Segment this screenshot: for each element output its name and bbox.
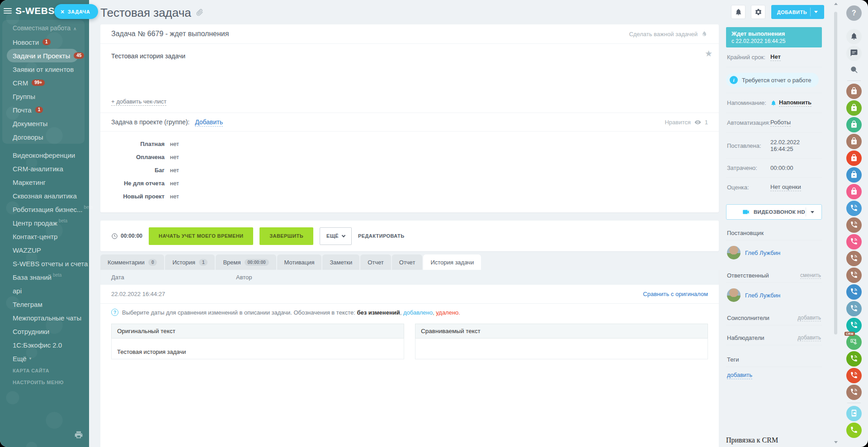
sidebar-item[interactable]: 1С:Бэкофис 2.0 xyxy=(13,338,93,352)
chat-rail-button[interactable] xyxy=(846,46,862,61)
tab-item[interactable]: Мотивация xyxy=(277,254,322,270)
start-time-tracking-button[interactable]: НАЧАТЬ УЧЕТ МОЕГО ВРЕМЕНИ xyxy=(149,227,253,245)
sidebar-item[interactable]: Группы xyxy=(7,89,86,103)
sidebar-item[interactable]: Задачи и Проекты45 xyxy=(7,49,78,62)
sidebar-group-header[interactable]: Совместная работа∧ xyxy=(13,24,85,32)
add-checklist-link[interactable]: + добавить чек-лист xyxy=(111,98,166,106)
phone-rail-button[interactable] xyxy=(846,351,862,367)
phone-rail-button[interactable] xyxy=(846,284,862,300)
scroll-up-arrow[interactable] xyxy=(834,3,838,5)
phone-solid-rail-button[interactable] xyxy=(846,423,862,438)
phone-rail-button[interactable] xyxy=(846,368,862,383)
sidebar-item[interactable]: S-WEBS отчеты и счета xyxy=(13,257,93,270)
sidebar-item[interactable]: База знанийbeta xyxy=(13,270,93,284)
tab-item[interactable]: Время00:00:00 xyxy=(216,254,276,270)
lock-rail-button[interactable] xyxy=(846,117,862,132)
finish-task-button[interactable]: ЗАВЕРШИТЬ xyxy=(259,227,313,245)
avatar[interactable] xyxy=(727,288,741,302)
project-add-link[interactable]: Добавить xyxy=(195,118,223,127)
sidebar-item[interactable]: Межпортальные чаты xyxy=(13,311,93,325)
sidebar-item[interactable]: Роботизация бизнес...beta xyxy=(13,202,93,216)
sidebar-item[interactable]: Контакт-центр xyxy=(13,230,93,243)
phone-rail-button[interactable] xyxy=(846,268,862,283)
bell-rail-button[interactable] xyxy=(846,29,862,44)
lock-rail-button[interactable] xyxy=(846,100,862,116)
like-link[interactable]: Нравится xyxy=(665,119,690,126)
phone-rail-button[interactable] xyxy=(846,217,862,233)
scrollbar-thumb[interactable] xyxy=(834,12,837,334)
phone-rail-button[interactable] xyxy=(846,251,862,266)
automation-value[interactable]: Роботы xyxy=(770,119,791,127)
help-button[interactable]: ? xyxy=(846,5,862,21)
favorite-star-icon[interactable]: ★ xyxy=(705,48,712,59)
notifications-bell-button[interactable] xyxy=(731,5,745,19)
settings-gear-button[interactable] xyxy=(751,5,765,19)
tab-item[interactable]: Заметки xyxy=(322,254,359,270)
tab-item[interactable]: Отчет xyxy=(392,254,423,270)
sidebar-item[interactable]: Новости1 xyxy=(7,35,86,49)
counter-badge: 1 xyxy=(35,107,43,113)
sidebar-item[interactable]: Договоры xyxy=(7,130,86,144)
tab-label: Время xyxy=(223,259,241,266)
author-name-link[interactable]: Глеб Лужбин xyxy=(745,249,780,256)
add-button[interactable]: ДОБАВИТЬ xyxy=(771,5,824,19)
deadline-value[interactable]: Нет xyxy=(770,53,781,61)
lock-rail-button[interactable] xyxy=(846,84,862,99)
add-tag-link[interactable]: добавить xyxy=(727,372,752,379)
sidebar-item[interactable]: Сквозная аналитика xyxy=(13,189,93,202)
sidebar-item[interactable]: Центр продажbeta xyxy=(13,216,93,230)
lock-rail-button[interactable] xyxy=(846,151,862,166)
more-button[interactable]: ЕЩЁ xyxy=(320,227,352,245)
sidebar-item[interactable]: WAZZUP xyxy=(13,243,93,257)
compare-hint: ? Выберите даты для сравнения изменений … xyxy=(100,304,719,321)
lock-rail-button[interactable] xyxy=(846,134,862,149)
phone-rail-button[interactable] xyxy=(846,234,862,249)
sidebar-item[interactable]: Телеграм xyxy=(13,297,93,311)
compare-original-link[interactable]: Сравнить с оригиналом xyxy=(643,291,708,297)
tab-item[interactable]: История1 xyxy=(165,254,215,270)
phone-rail-button[interactable] xyxy=(846,318,862,333)
field-value: нет xyxy=(170,141,179,147)
tab-item[interactable]: Комментарии0 xyxy=(100,254,164,270)
phone-rail-button[interactable] xyxy=(846,201,862,216)
edit-task-button[interactable]: РЕДАКТИРОВАТЬ xyxy=(358,233,404,239)
responsible-name-link[interactable]: Глеб Лужбин xyxy=(745,292,780,299)
sidebar-item[interactable]: Видеоконференции xyxy=(13,148,93,162)
sidebar-item[interactable]: api xyxy=(13,284,93,297)
avatar[interactable] xyxy=(727,246,741,259)
video-call-button[interactable]: ВИДЕОЗВОНОК HD xyxy=(726,204,822,220)
phone-rail-button[interactable] xyxy=(846,301,862,316)
printer-icon[interactable] xyxy=(74,430,83,439)
sidebar-item[interactable]: Почта1 xyxy=(7,103,86,117)
sidebar-item[interactable]: Ещё▾ xyxy=(13,352,93,365)
close-task-button[interactable]: × ЗАДАЧА xyxy=(54,4,98,19)
sidebar-footer-link[interactable]: НАСТРОИТЬ МЕНЮ xyxy=(13,380,64,385)
add-watcher-link[interactable]: добавить xyxy=(797,334,821,341)
sidebar-item[interactable]: Заявки от клиентов xyxy=(7,62,86,76)
device-rail-button[interactable] xyxy=(846,406,862,421)
scroll-down-arrow[interactable] xyxy=(834,441,838,443)
lock-rail-button[interactable] xyxy=(846,184,862,199)
add-coexecutor-link[interactable]: добавить xyxy=(797,315,821,321)
phone-rail-button[interactable] xyxy=(846,385,862,400)
lock-rail-button[interactable] xyxy=(846,167,862,183)
crm-terminal-rail-button[interactable]: CRM xyxy=(846,334,862,350)
sidebar-item[interactable]: Документы xyxy=(7,117,86,130)
rating-value[interactable]: Нет оценки xyxy=(770,184,801,191)
make-important-button[interactable]: Сделать важной задачей xyxy=(629,30,708,38)
field-label: Баг xyxy=(111,167,165,174)
sidebar-item[interactable]: CRM-аналитика xyxy=(13,162,93,175)
search-rail-button[interactable] xyxy=(846,62,862,78)
flame-icon xyxy=(701,30,708,38)
sidebar-item[interactable]: CRM99+ xyxy=(7,76,86,89)
sidebar-item[interactable]: Сотрудники xyxy=(13,325,93,338)
sidebar-footer-link[interactable]: КАРТА САЙТА xyxy=(13,368,64,373)
change-responsible-link[interactable]: сменить xyxy=(800,272,821,279)
tab-item[interactable]: Отчет xyxy=(360,254,391,270)
time-spent-value: 00:00:00 xyxy=(770,165,793,171)
sidebar-item[interactable]: Маркетинг xyxy=(13,175,93,189)
copy-link-icon[interactable] xyxy=(196,8,203,18)
reminder-value[interactable]: Напомнить xyxy=(779,99,811,107)
hamburger-menu-icon[interactable] xyxy=(4,8,12,14)
tab-active[interactable]: История задачи xyxy=(423,254,481,270)
